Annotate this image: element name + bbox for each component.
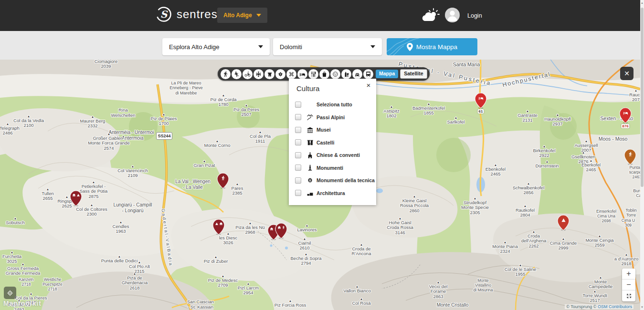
- toolbar-family-button[interactable]: [286, 69, 296, 79]
- map-marker[interactable]: [70, 190, 82, 208]
- culture-filter-panel: × Cultura Seleziona tuttoPassi AlpiniMus…: [289, 79, 376, 205]
- chevron-down-icon: [370, 45, 375, 48]
- map-marker[interactable]: [275, 223, 287, 241]
- toolbar-shopping-button[interactable]: [319, 69, 329, 79]
- satellite-toggle-button[interactable]: Satellite: [400, 69, 427, 79]
- toolbar-nature-button[interactable]: [275, 69, 285, 79]
- snow-icon: [255, 71, 262, 77]
- map-marker[interactable]: 61: [475, 93, 487, 111]
- scroll-down-arrow[interactable]: ▼: [640, 304, 644, 310]
- castle-icon: [266, 71, 273, 77]
- road-shield-ss244: SS244: [156, 132, 172, 140]
- filter-label: Passi Alpini: [317, 114, 345, 120]
- map-toggle-button[interactable]: Mappa: [376, 70, 398, 78]
- scroll-up-arrow[interactable]: ▲: [640, 0, 644, 6]
- checkbox[interactable]: [295, 152, 301, 158]
- car-icon: [354, 71, 360, 77]
- top-navbar: S sentres Alto Adige Login: [0, 0, 640, 31]
- checkbox[interactable]: [295, 114, 301, 120]
- locate-button[interactable]: [4, 287, 16, 299]
- bed-icon: [299, 71, 306, 77]
- toolbar-sports-button[interactable]: [232, 69, 242, 79]
- toolbar-accommodation-button[interactable]: [297, 69, 307, 79]
- osm-contributors-link[interactable]: OSM Contributors: [598, 304, 632, 309]
- toolbar-culture-button[interactable]: [264, 69, 274, 79]
- sentres-logo[interactable]: S sentres: [156, 6, 218, 22]
- castle2-icon: [306, 139, 314, 146]
- page-scrollbar[interactable]: ▲ ▼: [640, 0, 644, 310]
- toolbar-hiking-button[interactable]: [221, 69, 231, 79]
- filter-label: Musei: [317, 127, 331, 133]
- toolbar-mobility-button[interactable]: [363, 69, 373, 79]
- filter-label: Chiese & conventi: [317, 152, 360, 158]
- filter-label: Seleziona tutto: [317, 102, 352, 107]
- checkbox[interactable]: [295, 165, 301, 171]
- brand-name: sentres: [177, 8, 218, 21]
- hut-icon: [219, 222, 223, 226]
- show-map-button[interactable]: Mostra Mappa: [387, 38, 477, 55]
- toolbar-food-drink-button[interactable]: [308, 69, 318, 79]
- zoom-out-button[interactable]: −: [622, 279, 635, 290]
- bike-icon: [244, 71, 251, 77]
- chevron-down-icon: [256, 14, 261, 17]
- checkbox[interactable]: [295, 139, 301, 145]
- map-marker[interactable]: 876: [619, 107, 632, 125]
- chevron-down-icon: [258, 45, 263, 48]
- map-marker[interactable]: [624, 149, 636, 167]
- user-icon: [445, 8, 460, 22]
- login-button[interactable]: Login: [465, 12, 485, 20]
- fullscreen-button[interactable]: [622, 290, 635, 301]
- culture-filter-seleziona-tutto[interactable]: Seleziona tutto: [289, 98, 376, 111]
- culture-filter-passi-alpini[interactable]: Passi Alpini: [289, 111, 376, 124]
- toolbar-winter-button[interactable]: [253, 69, 264, 79]
- hut-icon: [270, 227, 274, 231]
- map-marker[interactable]: [212, 219, 225, 237]
- panel-close-button[interactable]: ×: [364, 81, 373, 90]
- map-close-button[interactable]: ✕: [620, 67, 633, 80]
- cmd-icon: [288, 71, 295, 77]
- region-label: Alto Adige: [223, 12, 252, 19]
- checkbox[interactable]: [295, 177, 301, 184]
- map-canvas[interactable]: Santa MariaPustertal - Val PusteriaHochp…: [0, 60, 640, 310]
- toolbar-biking-button[interactable]: [243, 69, 253, 79]
- filter-label: Castelli: [317, 140, 334, 145]
- toolbar-events-button[interactable]: [330, 69, 340, 79]
- monument-icon: [306, 164, 314, 171]
- area-dropdown[interactable]: Dolomiti: [273, 38, 382, 55]
- search-bar: Esplora Alto Adige Dolomiti Mostra Mappa: [0, 31, 640, 60]
- culture-filter-musei[interactable]: Musei: [289, 124, 376, 136]
- expand-icon: [626, 293, 632, 299]
- weather-icon[interactable]: [422, 8, 440, 24]
- region-selector-button[interactable]: Alto Adige: [217, 8, 267, 23]
- peak-icon: [215, 222, 219, 226]
- bag-icon: [321, 71, 327, 77]
- scrollbar-thumb[interactable]: [641, 8, 644, 187]
- zoom-controls: + −: [622, 269, 635, 301]
- explore-dropdown[interactable]: Esplora Alto Adige: [162, 38, 270, 55]
- culture-filter-chiese-conventi[interactable]: Chiese & conventi: [289, 149, 376, 162]
- walk-icon: [628, 152, 633, 157]
- explore-dropdown-value: Esplora Alto Adige: [169, 43, 220, 51]
- peak-icon: [561, 217, 566, 223]
- map-marker[interactable]: [217, 173, 229, 191]
- filter-label: Architettura: [317, 190, 345, 196]
- checkbox[interactable]: [295, 102, 301, 108]
- culture-filter-architettura[interactable]: Architettura: [289, 187, 376, 200]
- toolbar-wellness-button[interactable]: [341, 69, 351, 79]
- bus-icon: [365, 71, 371, 77]
- sentres-logo-icon: S: [156, 6, 172, 22]
- checkbox[interactable]: [295, 190, 301, 196]
- culture-filter-monumenti-della-tecnica[interactable]: Monumenti della tecnica: [289, 174, 376, 187]
- checkbox[interactable]: [295, 127, 301, 133]
- culture-filter-castelli[interactable]: Castelli: [289, 136, 376, 149]
- contour-decoration: [387, 38, 425, 55]
- wellness-icon: [343, 71, 349, 77]
- culture-filter-monumenti[interactable]: Monumenti: [289, 162, 376, 175]
- filter-label: Monumenti: [317, 165, 343, 171]
- toolbar-transport-button[interactable]: [352, 69, 362, 79]
- avatar[interactable]: [445, 8, 460, 22]
- map-marker[interactable]: [557, 215, 570, 233]
- gearbuild-icon: [306, 177, 314, 184]
- zoom-in-button[interactable]: +: [622, 269, 635, 279]
- church-icon: [306, 152, 314, 159]
